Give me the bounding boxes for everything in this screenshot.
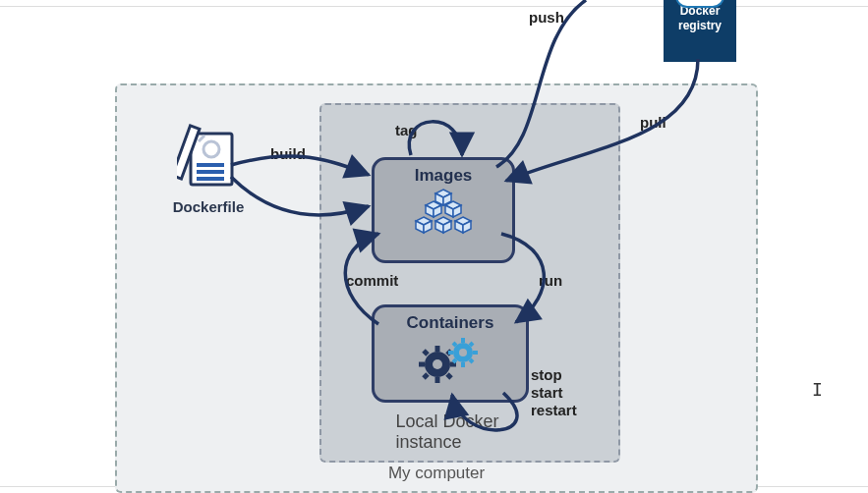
images-label: Images <box>382 166 504 186</box>
registry-line2: registry <box>665 19 735 33</box>
start-label: start <box>531 384 563 401</box>
push-label: push <box>529 9 564 26</box>
images-node: Images <box>372 157 515 263</box>
svg-line-40 <box>453 343 456 346</box>
gears-icon <box>382 335 518 384</box>
restart-label: restart <box>531 402 577 418</box>
build-label: build <box>270 145 306 162</box>
dockerfile-icon <box>177 175 240 192</box>
canvas: My computer Local Docker instance Docker… <box>0 0 868 493</box>
svg-line-30 <box>424 351 428 355</box>
run-label: run <box>539 272 562 289</box>
cubes-icon <box>382 188 504 243</box>
svg-line-43 <box>470 343 473 346</box>
top-divider <box>0 0 868 7</box>
dockerfile-label: Dockerfile <box>161 198 256 215</box>
stop-label: stop <box>531 366 562 383</box>
svg-point-25 <box>433 359 442 369</box>
svg-line-32 <box>424 374 428 378</box>
svg-line-41 <box>470 359 473 362</box>
tag-label: tag <box>395 122 418 138</box>
registry-top-arc <box>675 0 724 8</box>
dockerfile-node: Dockerfile <box>161 124 256 215</box>
text-cursor-icon: I <box>812 379 823 400</box>
svg-line-31 <box>447 374 451 378</box>
commit-label: commit <box>346 272 398 289</box>
svg-line-42 <box>453 359 456 362</box>
local-docker-label: Local Docker instance <box>396 411 545 453</box>
pull-label: pull <box>640 114 666 131</box>
docker-registry-node: Docker registry <box>664 0 736 62</box>
containers-node: Containers <box>372 304 529 403</box>
containers-label: Containers <box>382 313 518 333</box>
my-computer-label: My computer <box>388 464 485 483</box>
svg-point-35 <box>459 349 467 356</box>
